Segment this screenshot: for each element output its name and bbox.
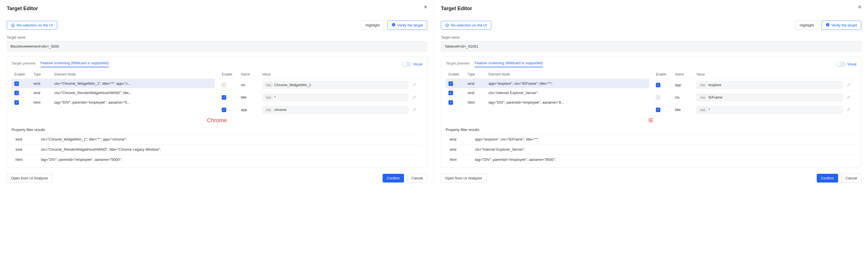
table-row[interactable]: appExpchrome [219, 104, 422, 116]
enable-checkbox[interactable] [14, 100, 19, 105]
type-cell: wnd [468, 91, 484, 95]
value-text: * [709, 107, 710, 112]
value-text: IEFrame [709, 95, 723, 99]
type-cell: html [468, 100, 484, 104]
value-input[interactable]: Expiexplore [696, 81, 842, 89]
properties-table: EnableNameValueclsExpChrome_WidgetWin_1t… [219, 70, 422, 116]
filter-value: cls="Internet Explorer_Server"; [475, 147, 852, 152]
highlight-button[interactable]: Highlight [361, 21, 384, 30]
value-input[interactable]: ExpChrome_WidgetWin_1 [262, 81, 408, 89]
enable-checkbox[interactable] [448, 100, 453, 105]
table-row[interactable]: wndcls="Chrome_RenderWidgetHostHWND"; ti… [11, 88, 215, 98]
edit-icon[interactable] [847, 83, 851, 87]
tab-feature-screening[interactable]: Feature screening (Wildcard is supported… [475, 61, 543, 67]
node-cell: tag="DIV"; parentid="employee"; aaname="… [489, 100, 646, 104]
name-cell: cls [241, 83, 258, 87]
visual-toggle[interactable]: Visual [402, 62, 422, 67]
enable-checkbox[interactable] [222, 107, 226, 112]
highlight-button[interactable]: Highlight [795, 21, 818, 30]
header-name: Name [675, 72, 692, 76]
target-name-label: Target name [7, 35, 427, 39]
header-enable: Enable [14, 72, 29, 76]
enable-checkbox[interactable] [448, 82, 453, 86]
reselection-button[interactable]: Re-selection on the UI [441, 21, 491, 30]
verify-button[interactable]: Verify the target [822, 21, 861, 30]
name-cell: app [241, 107, 258, 112]
confirm-button[interactable]: Confirm [382, 174, 404, 183]
tab-target-preview[interactable]: Target preview [11, 61, 35, 67]
table-row[interactable]: wndcls="Internet Explorer_Server"; [446, 88, 649, 98]
close-icon[interactable]: ✕ [858, 4, 862, 10]
svg-point-1 [13, 25, 13, 26]
table-row[interactable]: htmltag="DIV"; parentid="employee"; aana… [11, 98, 215, 107]
enable-checkbox[interactable] [14, 82, 19, 86]
table-row[interactable]: clsExpIEFrame [653, 91, 857, 104]
edit-icon[interactable] [847, 107, 851, 112]
table-row[interactable]: clsExpChrome_WidgetWin_1 [219, 79, 422, 91]
open-analyzer-button[interactable]: Open from UI Analyzer [7, 174, 53, 183]
enable-checkbox[interactable] [448, 91, 453, 95]
switch-icon[interactable] [836, 62, 846, 67]
node-cell: cls="Internet Explorer_Server"; [489, 91, 646, 95]
filter-row: wndcls="Internet Explorer_Server"; [446, 144, 857, 154]
target-name-input[interactable] [7, 41, 427, 52]
filter-row: htmltag="DIV"; parentid="employee"; aana… [11, 154, 422, 164]
enable-checkbox [656, 95, 660, 100]
edit-icon[interactable] [413, 83, 417, 87]
edit-icon[interactable] [847, 95, 851, 100]
table-row[interactable]: wndapp="iexplore"; cls="IEFrame"; title=… [446, 79, 649, 88]
value-input[interactable]: Exp* [262, 94, 408, 101]
header-enable: Enable [656, 72, 671, 76]
tab-target-preview[interactable]: Target preview [446, 61, 470, 67]
enable-checkbox[interactable] [656, 107, 660, 112]
reselection-button[interactable]: Re-selection on the UI [7, 21, 57, 30]
close-icon[interactable]: ✕ [424, 4, 428, 10]
name-cell: title [675, 107, 692, 112]
node-cell: app="iexplore"; cls="IEFrame"; title="*"… [489, 82, 646, 86]
confirm-button[interactable]: Confirm [817, 174, 838, 183]
open-analyzer-button[interactable]: Open from UI Analyzer [441, 174, 487, 183]
type-cell: html [33, 100, 50, 104]
filter-key: wnd [16, 137, 32, 142]
visual-label: Visual [413, 62, 422, 66]
reselection-label: Re-selection on the UI [451, 23, 487, 27]
edit-icon[interactable] [413, 107, 417, 112]
value-text: iexplore [709, 83, 721, 87]
cancel-button[interactable]: Cancel [841, 174, 861, 183]
filter-value: tag="DIV"; parentid="employee"; aaname="… [475, 157, 852, 162]
tabs: Target previewFeature screening (Wildcar… [11, 61, 422, 67]
enable-checkbox[interactable] [14, 91, 19, 95]
visual-toggle[interactable]: Visual [836, 62, 857, 67]
bottom-row: Open from UI AnalyzerConfirmCancel [7, 174, 427, 183]
reselection-label: Re-selection on the UI [17, 23, 53, 27]
value-text: * [274, 95, 276, 99]
target-name-label: Target name [441, 35, 861, 39]
table-row[interactable]: wndcls="Chrome_WidgetWin_1"; title="*"; … [11, 79, 215, 88]
target-name-input[interactable] [441, 41, 861, 52]
filter-key: wnd [450, 137, 467, 142]
tab-feature-screening[interactable]: Feature screening (Wildcard is supported… [40, 61, 109, 67]
node-cell: tag="DIV"; parentid="employee"; aaname="… [54, 100, 212, 104]
table-row[interactable]: appExpiexplore [653, 79, 857, 91]
filter-row: wndcls="Chrome_RenderWidgetHostHWND"; ti… [11, 144, 422, 154]
header-value: Value [262, 72, 408, 76]
filter-key: wnd [450, 147, 467, 152]
enable-checkbox[interactable] [656, 83, 660, 87]
value-input[interactable]: Exp* [696, 106, 842, 114]
value-text: chrome [274, 107, 286, 112]
table-row[interactable]: htmltag="DIV"; parentid="employee"; aana… [446, 98, 649, 107]
verify-button[interactable]: Verify the target [388, 21, 427, 30]
table-row[interactable]: titleExp* [653, 104, 857, 116]
enable-checkbox [222, 83, 226, 87]
name-cell: cls [675, 95, 692, 99]
enable-checkbox[interactable] [222, 95, 226, 100]
value-input[interactable]: Expchrome [262, 106, 408, 114]
switch-icon[interactable] [402, 62, 412, 67]
edit-icon[interactable] [413, 95, 417, 100]
value-input[interactable]: ExpIEFrame [696, 94, 842, 101]
cancel-button[interactable]: Cancel [407, 174, 427, 183]
dialog-title: Target Editor [441, 6, 861, 11]
table-row[interactable]: titleExp* [219, 91, 422, 104]
exp-badge: Exp [265, 83, 273, 87]
name-cell: title [241, 95, 258, 99]
